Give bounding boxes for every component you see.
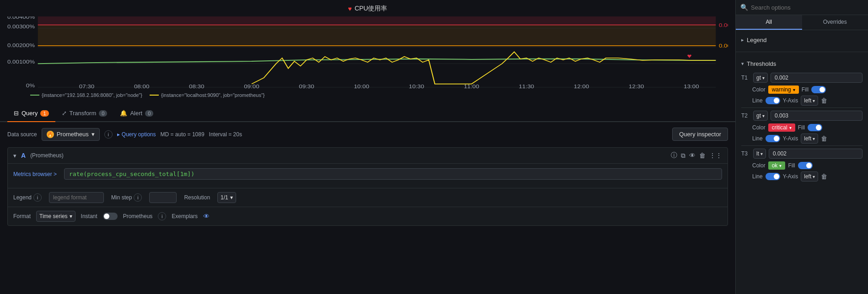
prometheus-info-icon[interactable]: i [158,212,166,220]
threshold-t2-fill-toggle[interactable] [808,124,822,131]
line-label-t3: Line [752,173,763,180]
legend-input[interactable] [49,192,104,203]
threshold-t2-value[interactable] [771,111,863,121]
threshold-t1-color-badge[interactable]: warning [768,86,799,94]
threshold-t2-op-chevron [762,112,765,119]
main-container: ♥ CPU使用率 0.0040 [0,0,868,294]
threshold-t3-line-knob [774,174,779,179]
threshold-t3-delete-icon[interactable]: 🗑 [821,173,827,180]
tab-query[interactable]: ⊟ Query 1 [7,105,55,122]
threshold-t1-op-value: gt [756,75,761,81]
transform-tab-label: Transform [70,110,97,117]
threshold-t2-yaxis[interactable]: left [801,134,818,144]
query-inspector-button[interactable]: Query inspector [672,128,728,141]
yaxis-label-t2: Y-Axis [783,135,798,142]
min-step-label: Min step i [111,193,142,202]
datasource-bar: Data source 🔥 Prometheus i ▸ Query optio… [7,128,728,141]
right-panel-tabs: All Overrides [736,15,868,30]
min-step-input[interactable] [149,192,177,203]
threshold-t1-yaxis[interactable]: left [801,96,818,106]
legend-info-icon[interactable]: i [33,193,42,202]
query-drag-icon[interactable]: ⋮⋮ [709,152,722,159]
query-input[interactable]: rate(process_cpu_seconds_total[1m]) [64,168,722,180]
tabs-bar: ⊟ Query 1 ⤢ Transform 0 🔔 Alert 0 [0,105,735,122]
divider [736,52,868,52]
svg-text:0.00100%: 0.00100% [7,59,35,65]
threshold-t1-delete-icon[interactable]: 🗑 [821,97,827,104]
metrics-browser-link[interactable]: Metrics browser > [13,171,57,177]
threshold-t1-value[interactable] [771,73,863,83]
threshold-t3-yaxis-chevron [813,173,815,180]
legend-item-node[interactable]: {instance="192.168.2.186:8080", job="nod… [30,92,142,98]
rp-tab-overrides[interactable]: Overrides [802,15,868,30]
threshold-t3-fill-toggle[interactable] [798,162,813,169]
threshold-t3-line-row: Line Y-Axis left 🗑 [741,171,863,182]
threshold-t3-value[interactable] [769,149,863,159]
query-tab-badge: 1 [40,110,49,117]
prometheus-icon: 🔥 [47,131,54,138]
threshold-t2-delete-icon[interactable]: 🗑 [821,135,827,142]
query-copy-icon[interactable]: ⧉ [681,152,685,160]
query-eye-icon[interactable]: 👁 [689,152,695,159]
line-label-t1: Line [752,97,763,104]
search-input[interactable] [751,4,863,11]
search-icon: 🔍 [740,4,748,11]
legend-line-node [30,95,39,96]
exemplars-eye-icon[interactable]: 👁 [203,213,210,220]
format-row: Format Time series Instant Prometheus i … [8,207,728,225]
exemplars-label: Exemplars [172,213,198,219]
threshold-t1-line-knob [774,98,779,103]
alert-tab-label: Alert [130,110,142,117]
legend-section-header[interactable]: Legend [741,34,863,46]
legend-item-prometheus[interactable]: {instance="localhost:9090", job="prometh… [150,92,265,98]
datasource-info-icon[interactable]: i [104,130,113,139]
threshold-t1-op[interactable]: gt [753,73,768,83]
format-select[interactable]: Time series [36,211,75,222]
query-options-link[interactable]: ▸ Query options [117,131,156,138]
svg-text:0%: 0% [26,83,35,88]
prometheus-label: Prometheus [123,213,153,219]
threshold-t1-line-toggle[interactable] [766,97,780,104]
svg-rect-3 [38,16,716,25]
svg-rect-4 [38,25,716,46]
instant-toggle[interactable] [103,213,118,220]
threshold-t3-yaxis[interactable]: left [801,171,818,182]
threshold-t3-color-chevron [779,162,782,169]
thresholds-section-header[interactable]: Thresholds [741,58,863,70]
threshold-t3-fill-knob [806,163,812,168]
transform-tab-icon: ⤢ [62,110,67,117]
rp-tab-all[interactable]: All [736,15,802,30]
threshold-t2-op[interactable]: gt [753,111,768,121]
rp-tab-overrides-label: Overrides [823,19,847,25]
legend-label-node: {instance="192.168.2.186:8080", job="nod… [42,92,142,98]
threshold-t2-line-toggle[interactable] [766,135,780,142]
threshold-t3-label: T3 [741,150,750,157]
threshold-t1-yaxis-value: left [804,97,811,104]
threshold-t3-op[interactable]: lt [753,149,766,159]
query-row-actions: ⓘ ⧉ 👁 🗑 ⋮⋮ [671,151,722,160]
query-info-icon[interactable]: ⓘ [671,151,677,160]
query-row-header: ▾ A (Prometheus) ⓘ ⧉ 👁 🗑 ⋮⋮ [8,148,728,164]
tab-transform[interactable]: ⤢ Transform 0 [55,105,114,122]
line-label-t2: Line [752,135,763,142]
query-row-a: ▾ A (Prometheus) ⓘ ⧉ 👁 🗑 ⋮⋮ Metrics brow… [7,147,728,226]
svg-text:12:00: 12:00 [574,84,589,89]
threshold-t3-color-name: ok [772,162,778,169]
datasource-select[interactable]: 🔥 Prometheus [42,128,100,141]
datasource-chevron [92,131,95,138]
threshold-t2-color-badge[interactable]: critical [768,123,795,132]
min-step-info-icon[interactable]: i [134,193,142,202]
threshold-t2-line-row: Line Y-Axis left 🗑 [741,134,863,144]
threshold-t3-color-badge[interactable]: ok [768,161,786,170]
threshold-t1-color-chevron [793,86,795,93]
threshold-t1-color-row: Color warning Fill [741,86,863,94]
svg-text:♥: ♥ [687,53,692,59]
collapse-chevron[interactable]: ▾ [13,152,16,159]
threshold-t1-fill-toggle[interactable] [811,86,826,93]
threshold-t2-color-chevron [789,124,792,131]
threshold-t3-line-toggle[interactable] [766,173,780,180]
query-trash-icon[interactable]: 🗑 [699,152,706,159]
tab-alert[interactable]: 🔔 Alert 0 [113,105,160,122]
resolution-select[interactable]: 1/1 [217,192,236,203]
format-chevron [70,213,72,219]
